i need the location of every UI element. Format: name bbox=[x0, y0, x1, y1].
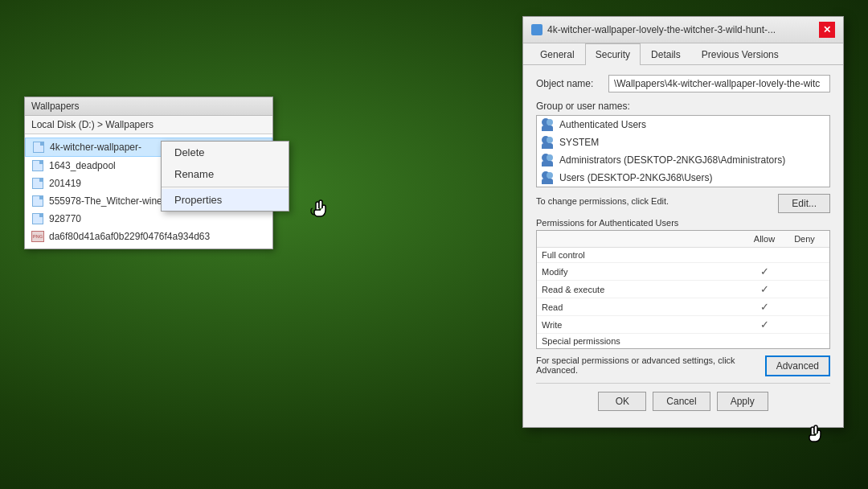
dialog-content: Object name: \Wallpapers\4k-witcher-wall… bbox=[523, 65, 843, 427]
breadcrumb: Local Disk (D:) > Wallpapers bbox=[25, 116, 272, 134]
close-button[interactable]: ✕ bbox=[819, 22, 835, 38]
perm-row-read: Read ✓ bbox=[537, 298, 829, 316]
edit-button[interactable]: Edit... bbox=[778, 194, 830, 213]
file-name: 4k-witcher-wallpaper- bbox=[50, 142, 141, 153]
perm-row-readexecute: Read & execute ✓ bbox=[537, 281, 829, 298]
dialog-title-icon bbox=[531, 24, 542, 35]
user-icon bbox=[542, 118, 555, 131]
file-icon: PNG bbox=[31, 230, 44, 243]
tab-general[interactable]: General bbox=[530, 43, 585, 65]
dialog-title-bar: 4k-witcher-wallpaper-lovely-the-witcher-… bbox=[523, 17, 843, 43]
perm-col-allow: Allow bbox=[744, 234, 784, 244]
explorer-title: Wallpapers bbox=[31, 101, 80, 112]
file-name: 201419 bbox=[49, 178, 81, 189]
explorer-header: Wallpapers bbox=[25, 97, 272, 116]
tab-security[interactable]: Security bbox=[585, 43, 641, 65]
file-icon bbox=[31, 177, 44, 190]
file-icon bbox=[31, 212, 44, 225]
perm-row-fullcontrol: Full control bbox=[537, 248, 829, 263]
context-menu: Delete Rename Properties bbox=[161, 141, 289, 212]
file-name: 555978-The_Witcher-wine bbox=[49, 195, 162, 207]
perm-allow-read: ✓ bbox=[744, 301, 784, 313]
advanced-text: For special permissions or advanced sett… bbox=[536, 355, 757, 375]
menu-separator bbox=[162, 187, 289, 187]
file-icon bbox=[32, 141, 45, 154]
advanced-button[interactable]: Advanced bbox=[765, 355, 830, 376]
perm-allow-write: ✓ bbox=[744, 318, 784, 331]
permissions-header: Allow Deny bbox=[537, 231, 829, 248]
dialog-button-row: OK Cancel Apply bbox=[536, 383, 830, 417]
tab-previous-versions[interactable]: Previous Versions bbox=[691, 43, 789, 65]
properties-dialog: 4k-witcher-wallpaper-lovely-the-witcher-… bbox=[522, 16, 844, 428]
user-name: Administrators (DESKTOP-2NKGJ68\Administ… bbox=[559, 154, 785, 166]
perm-col-name bbox=[542, 234, 744, 244]
object-name-label: Object name: bbox=[536, 78, 608, 89]
user-icon bbox=[542, 154, 555, 166]
file-name: 928770 bbox=[49, 213, 81, 224]
perm-col-deny: Deny bbox=[784, 234, 825, 244]
user-name: Authenticated Users bbox=[559, 119, 646, 130]
perm-row-write: Write ✓ bbox=[537, 316, 829, 334]
perm-allow-modify: ✓ bbox=[744, 265, 784, 277]
file-name: da6f80d41a6af0b229f0476f4a934d63 bbox=[49, 231, 210, 242]
cancel-button[interactable]: Cancel bbox=[653, 392, 710, 411]
list-item[interactable]: PNG da6f80d41a6af0b229f0476f4a934d63 bbox=[25, 228, 272, 245]
users-list[interactable]: Authenticated Users SYSTEM Administrator… bbox=[536, 115, 830, 187]
user-item-system[interactable]: SYSTEM bbox=[537, 134, 829, 151]
list-item[interactable]: 928770 bbox=[25, 210, 272, 228]
object-name-value: \Wallpapers\4k-witcher-wallpaper-lovely-… bbox=[608, 75, 830, 92]
dialog-title-text: 4k-witcher-wallpaper-lovely-the-witcher-… bbox=[547, 24, 819, 35]
dialog-tabs: General Security Details Previous Versio… bbox=[523, 43, 843, 65]
user-name: Users (DESKTOP-2NKGJ68\Users) bbox=[559, 172, 712, 183]
permissions-for-label: Permissions for Authenticated Users bbox=[536, 218, 830, 228]
file-icon bbox=[31, 195, 44, 208]
group-label: Group or user names: bbox=[536, 101, 830, 112]
user-item-authenticated[interactable]: Authenticated Users bbox=[537, 116, 829, 134]
perm-allow-readexecute: ✓ bbox=[744, 283, 784, 295]
user-icon bbox=[542, 171, 555, 184]
context-menu-properties[interactable]: Properties bbox=[162, 189, 289, 211]
user-name: SYSTEM bbox=[559, 137, 599, 148]
user-icon bbox=[542, 136, 555, 149]
permissions-hint: To change permissions, click Edit. bbox=[536, 196, 669, 206]
user-item-users[interactable]: Users (DESKTOP-2NKGJ68\Users) bbox=[537, 169, 829, 187]
file-icon bbox=[31, 159, 44, 172]
cursor-hand-properties bbox=[309, 197, 329, 220]
context-menu-delete[interactable]: Delete bbox=[162, 142, 289, 163]
user-item-admins[interactable]: Administrators (DESKTOP-2NKGJ68\Administ… bbox=[537, 151, 829, 169]
file-name: 1643_deadpool bbox=[49, 160, 116, 171]
object-name-row: Object name: \Wallpapers\4k-witcher-wall… bbox=[536, 75, 830, 92]
context-menu-rename[interactable]: Rename bbox=[162, 163, 289, 185]
ok-button[interactable]: OK bbox=[598, 392, 646, 411]
perm-row-special: Special permissions bbox=[537, 334, 829, 348]
permissions-table: Allow Deny Full control Modify ✓ Read & … bbox=[536, 230, 830, 349]
apply-button[interactable]: Apply bbox=[717, 392, 768, 411]
perm-row-modify: Modify ✓ bbox=[537, 263, 829, 281]
advanced-section: For special permissions or advanced sett… bbox=[536, 355, 830, 376]
tab-details[interactable]: Details bbox=[641, 43, 691, 65]
